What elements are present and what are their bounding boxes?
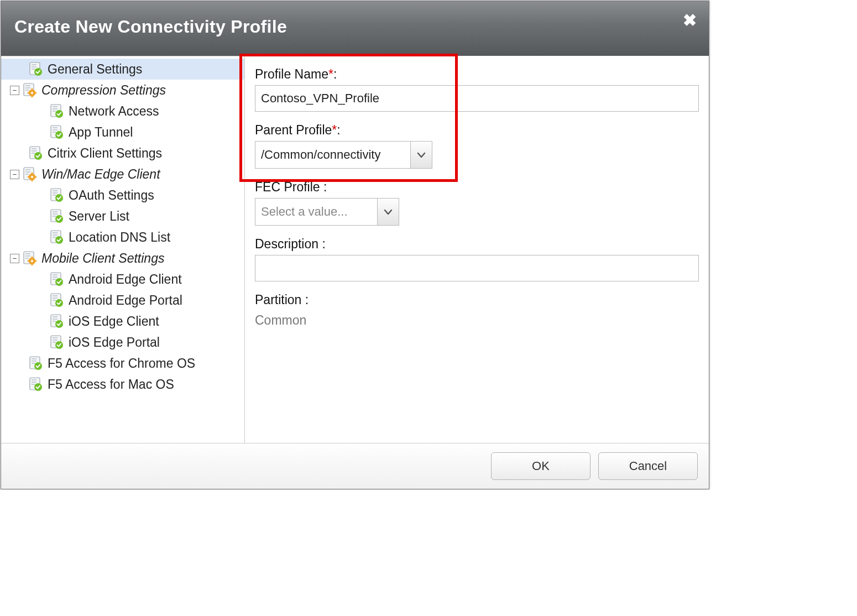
- tree-item-label: F5 Access for Mac OS: [48, 377, 174, 392]
- field-description: Description :: [255, 237, 699, 281]
- ok-button[interactable]: OK: [491, 452, 591, 480]
- label-parent-profile: Parent Profile*:: [255, 123, 699, 138]
- tree-item-label: Android Edge Portal: [69, 293, 182, 308]
- partition-value: Common: [255, 311, 699, 328]
- general-settings-panel: Profile Name*: Parent Profile*: /Common/…: [245, 56, 709, 443]
- chevron-down-icon[interactable]: [377, 199, 399, 225]
- cancel-button[interactable]: Cancel: [598, 452, 698, 480]
- tree-item-winmac-edge[interactable]: −Win/Mac Edge Client: [1, 164, 244, 185]
- tree-item-label: F5 Access for Chrome OS: [48, 356, 195, 371]
- tree-item-f5-chrome[interactable]: F5 Access for Chrome OS: [1, 353, 244, 374]
- tree-item-citrix-client[interactable]: Citrix Client Settings: [1, 143, 244, 164]
- description-input[interactable]: [255, 255, 699, 281]
- label-fec-profile-text: FEC Profile: [255, 180, 320, 194]
- tree-item-label: App Tunnel: [69, 125, 133, 140]
- dialog-footer: OK Cancel: [1, 443, 709, 489]
- field-fec-profile: FEC Profile : Select a value...: [255, 180, 699, 226]
- tree-item-android-edge-client[interactable]: Android Edge Client: [1, 269, 244, 290]
- parent-profile-dropdown[interactable]: /Common/connectivity: [255, 141, 432, 169]
- tree-item-label: General Settings: [48, 62, 142, 77]
- page-check-icon: [29, 62, 43, 76]
- page-check-icon: [50, 272, 64, 286]
- chevron-down-icon[interactable]: [410, 142, 432, 168]
- tree-item-ios-edge-client[interactable]: iOS Edge Client: [1, 311, 244, 332]
- profile-name-input[interactable]: [255, 85, 699, 112]
- tree-item-compression-settings[interactable]: −Compression Settings: [1, 80, 244, 101]
- tree-item-label: Location DNS List: [69, 230, 170, 245]
- page-check-icon: [29, 146, 43, 160]
- page-check-icon: [50, 293, 64, 307]
- tree-item-network-access[interactable]: Network Access: [1, 101, 244, 122]
- field-partition: Partition : Common: [255, 293, 699, 328]
- tree-item-label: OAuth Settings: [69, 188, 154, 203]
- tree-item-label: Compression Settings: [41, 83, 166, 98]
- tree-item-oauth-settings[interactable]: OAuth Settings: [1, 185, 244, 206]
- page-check-icon: [50, 230, 64, 244]
- tree-item-ios-edge-portal[interactable]: iOS Edge Portal: [1, 332, 244, 353]
- page-gear-icon: [23, 83, 37, 97]
- tree-item-label: iOS Edge Portal: [69, 335, 160, 350]
- tree-item-f5-mac[interactable]: F5 Access for Mac OS: [1, 374, 244, 395]
- page-check-icon: [50, 188, 64, 202]
- tree-item-label: iOS Edge Client: [69, 314, 159, 329]
- settings-tree: General Settings−Compression SettingsNet…: [1, 56, 245, 443]
- page-check-icon: [50, 125, 64, 139]
- label-profile-name: Profile Name*:: [255, 67, 699, 82]
- tree-item-label: Server List: [69, 209, 129, 224]
- dialog-title: Create New Connectivity Profile: [14, 17, 696, 37]
- expander-icon[interactable]: −: [10, 86, 19, 95]
- label-fec-profile: FEC Profile :: [255, 180, 699, 195]
- tree-item-label: Android Edge Client: [69, 272, 182, 287]
- dialog: Create New Connectivity Profile ✖ Genera…: [1, 1, 709, 489]
- label-partition-text: Partition: [255, 293, 301, 307]
- page-check-icon: [50, 335, 64, 349]
- parent-profile-value: /Common/connectivity: [255, 142, 410, 168]
- tree-item-label: Win/Mac Edge Client: [41, 167, 160, 182]
- tree-item-general-settings[interactable]: General Settings: [1, 59, 244, 80]
- field-profile-name: Profile Name*:: [255, 67, 699, 112]
- label-description-text: Description: [255, 237, 318, 251]
- label-parent-profile-text: Parent Profile: [255, 123, 332, 137]
- tree-item-server-list[interactable]: Server List: [1, 206, 244, 227]
- page-gear-icon: [23, 251, 37, 265]
- tree-item-label: Citrix Client Settings: [48, 146, 162, 161]
- tree-item-label: Network Access: [69, 104, 159, 119]
- expander-icon[interactable]: −: [10, 170, 19, 179]
- page-gear-icon: [23, 167, 37, 181]
- field-parent-profile: Parent Profile*: /Common/connectivity: [255, 123, 699, 169]
- tree-item-label: Mobile Client Settings: [41, 251, 164, 266]
- dialog-header: Create New Connectivity Profile ✖: [1, 1, 709, 56]
- tree-item-android-edge-portal[interactable]: Android Edge Portal: [1, 290, 244, 311]
- fec-profile-dropdown[interactable]: Select a value...: [255, 198, 399, 226]
- page-check-icon: [29, 356, 43, 370]
- dialog-body: General Settings−Compression SettingsNet…: [1, 56, 709, 443]
- tree-item-mobile-client[interactable]: −Mobile Client Settings: [1, 248, 244, 269]
- tree-item-app-tunnel[interactable]: App Tunnel: [1, 122, 244, 143]
- page-check-icon: [29, 377, 43, 391]
- tree-item-location-dns[interactable]: Location DNS List: [1, 227, 244, 248]
- page-check-icon: [50, 104, 64, 118]
- fec-profile-placeholder: Select a value...: [255, 199, 377, 225]
- label-partition: Partition :: [255, 293, 699, 307]
- page-check-icon: [50, 314, 64, 328]
- close-icon[interactable]: ✖: [683, 12, 697, 29]
- expander-icon[interactable]: −: [10, 254, 19, 263]
- page-check-icon: [50, 209, 64, 223]
- label-profile-name-text: Profile Name: [255, 67, 328, 81]
- label-description: Description :: [255, 237, 699, 252]
